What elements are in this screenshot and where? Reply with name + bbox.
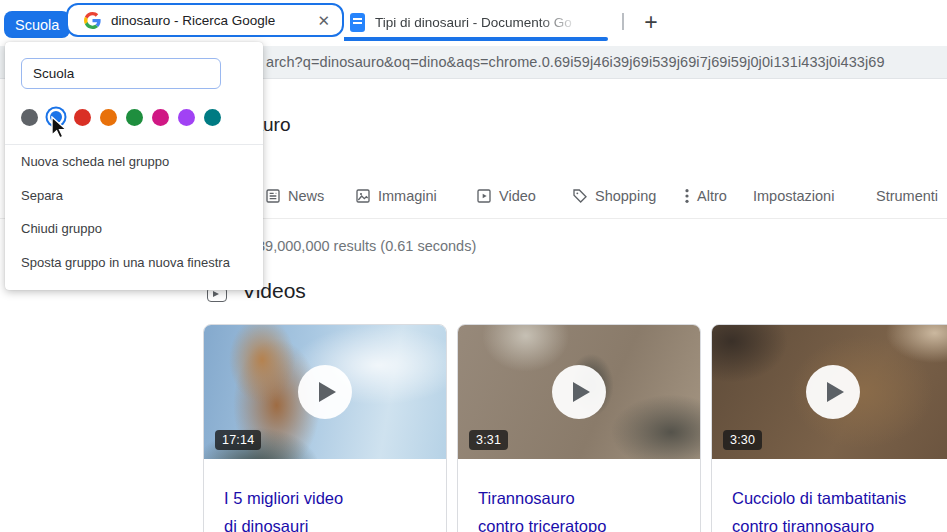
nav-tab-strumenti[interactable]: Strumenti [876, 188, 938, 204]
color-swatch-orange[interactable] [100, 109, 117, 126]
google-docs-icon [350, 13, 365, 32]
video-title-link[interactable]: Cucciolo di tambatitanis contro tirannos… [732, 484, 934, 532]
nav-label: Strumenti [876, 188, 938, 204]
shopping-tag-icon [572, 188, 588, 204]
tab-strip: Scuola dinosauro - Ricerca Google ✕ Tipi… [0, 0, 947, 46]
tab-dinosauro-search[interactable]: dinosauro - Ricerca Google ✕ [66, 3, 344, 37]
group-name-input[interactable] [21, 58, 221, 89]
tab-separator [622, 13, 624, 30]
mouse-cursor [50, 116, 72, 142]
video-title-link[interactable]: Tirannosauro contro triceratopo [478, 484, 680, 532]
video-title-line: di dinosauri [224, 512, 426, 532]
menu-items: Nuova scheda nel gruppo Separa Chiudi gr… [5, 145, 263, 279]
menu-item-move-group-to-new-window[interactable]: Sposta gruppo in una nuova finestra [5, 246, 263, 280]
nav-tab-impostazioni[interactable]: Impostazioni [753, 188, 834, 204]
tab-group-underline [344, 37, 608, 41]
color-swatch-grey[interactable] [21, 109, 38, 126]
video-title-line: contro triceratopo [478, 512, 680, 532]
video-thumbnail[interactable]: 3:31 [458, 325, 700, 459]
tab-group-chip[interactable]: Scuola [4, 11, 70, 38]
video-duration-badge: 3:31 [469, 430, 508, 450]
play-button-icon[interactable] [298, 365, 352, 419]
tab-title: Tipi di dinosauri - Documento Go [375, 15, 585, 30]
color-swatch-red[interactable] [74, 109, 91, 126]
color-swatch-purple[interactable] [178, 109, 195, 126]
images-icon [355, 188, 371, 204]
video-title-line: Cucciolo di tambatitanis [732, 484, 934, 512]
google-favicon [84, 12, 101, 29]
nav-label: Video [499, 188, 536, 204]
url-text: arch?q=dinosauro&oq=dino&aqs=chrome.0.69… [266, 46, 947, 79]
color-swatch-green[interactable] [126, 109, 143, 126]
play-button-icon[interactable] [806, 365, 860, 419]
menu-item-ungroup[interactable]: Separa [5, 179, 263, 213]
nav-label: Altro [697, 188, 727, 204]
play-button-icon[interactable] [552, 365, 606, 419]
menu-item-close-group[interactable]: Chiudi gruppo [5, 212, 263, 246]
video-card[interactable]: 3:30 Cucciolo di tambatitanis contro tir… [711, 324, 947, 532]
video-thumbnail[interactable]: 3:30 [712, 325, 947, 459]
nav-tab-news[interactable]: News [265, 188, 324, 204]
nav-tab-shopping[interactable]: Shopping [572, 188, 656, 204]
menu-item-new-tab-in-group[interactable]: Nuova scheda nel gruppo [5, 145, 263, 179]
nav-tab-immagini[interactable]: Immagini [355, 188, 437, 204]
nav-tab-altro[interactable]: Altro [684, 188, 727, 204]
video-icon [476, 188, 492, 204]
nav-label: Shopping [595, 188, 656, 204]
nav-tab-video[interactable]: Video [476, 188, 536, 204]
color-swatch-pink[interactable] [152, 109, 169, 126]
tab-group-label: Scuola [15, 17, 59, 33]
color-swatch-teal[interactable] [204, 109, 221, 126]
video-title-line: contro tirannosauro [732, 512, 934, 532]
video-cards-row: 17:14 I 5 migliori video di dinosauri 3:… [203, 324, 947, 532]
close-icon[interactable]: ✕ [317, 13, 330, 28]
nav-label: Impostazioni [753, 188, 834, 204]
more-dots-icon [684, 188, 690, 204]
tab-tipi-di-dinosauri[interactable]: Tipi di dinosauri - Documento Go [350, 7, 602, 37]
video-duration-badge: 3:30 [723, 430, 762, 450]
video-title-link[interactable]: I 5 migliori video di dinosauri [224, 484, 426, 532]
nav-label: Immagini [378, 188, 437, 204]
nav-label: News [288, 188, 324, 204]
video-title-line: I 5 migliori video [224, 484, 426, 512]
tab-group-menu: Nuova scheda nel gruppo Separa Chiudi gr… [5, 42, 263, 290]
video-card[interactable]: 17:14 I 5 migliori video di dinosauri [203, 324, 447, 532]
video-thumbnail[interactable]: 17:14 [204, 325, 446, 459]
results-stats: 39,000,000 results (0.61 seconds) [257, 238, 476, 254]
video-card[interactable]: 3:31 Tirannosauro contro triceratopo [457, 324, 701, 532]
video-duration-badge: 17:14 [215, 430, 261, 450]
video-title-line: Tirannosauro [478, 484, 680, 512]
news-icon [265, 188, 281, 204]
tab-title: dinosauro - Ricerca Google [111, 13, 309, 28]
new-tab-button[interactable]: + [636, 7, 666, 37]
